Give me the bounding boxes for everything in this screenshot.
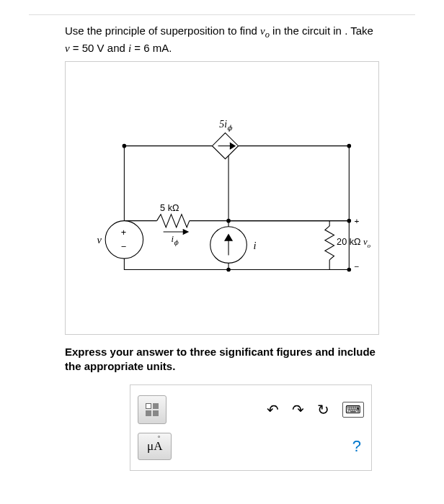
- text: = 6 mA.: [131, 42, 172, 54]
- undo-icon[interactable]: ↶: [267, 401, 279, 418]
- problem-statement: Use the principle of superposition to fi…: [65, 24, 379, 55]
- reset-icon[interactable]: ↻: [317, 401, 329, 418]
- var-vo: vo: [260, 25, 270, 37]
- svg-text:5iϕ: 5iϕ: [219, 119, 233, 132]
- svg-point-7: [105, 221, 143, 258]
- svg-text:+: +: [355, 216, 360, 225]
- template-button[interactable]: [138, 395, 166, 424]
- circuit-diagram: + − + −: [65, 61, 379, 335]
- svg-point-2: [347, 145, 351, 148]
- svg-text:20 kΩ vo: 20 kΩ vo: [337, 237, 370, 249]
- units-button[interactable]: μA °: [138, 433, 172, 460]
- top-divider: [29, 14, 415, 15]
- svg-text:5 kΩ: 5 kΩ: [160, 203, 179, 213]
- svg-point-0: [123, 145, 126, 148]
- ring-icon: °: [158, 434, 161, 441]
- svg-point-5: [227, 268, 231, 271]
- answer-toolbar: ↶ ↷ ↻ ⌨: [138, 392, 364, 433]
- svg-text:v: v: [97, 234, 102, 246]
- text: in the circuit in . Take: [270, 24, 373, 37]
- units-row: μA ° ?: [138, 433, 364, 460]
- var-v: v: [65, 42, 70, 54]
- template-icon: [146, 403, 159, 416]
- svg-text:iϕ: iϕ: [171, 235, 179, 247]
- instructions: Express your answer to three significant…: [65, 345, 379, 374]
- keyboard-icon[interactable]: ⌨: [342, 402, 364, 418]
- help-icon[interactable]: ?: [352, 437, 364, 456]
- text: Use the principle of superposition to fi…: [65, 24, 260, 37]
- svg-text:+: +: [121, 228, 126, 238]
- answer-input-container: ↶ ↷ ↻ ⌨ μA ° ?: [130, 384, 372, 471]
- svg-text:−: −: [355, 262, 360, 271]
- svg-text:−: −: [121, 242, 126, 252]
- text: = 50 V and: [70, 42, 128, 54]
- svg-text:i: i: [253, 240, 256, 251]
- redo-icon[interactable]: ↷: [292, 401, 304, 418]
